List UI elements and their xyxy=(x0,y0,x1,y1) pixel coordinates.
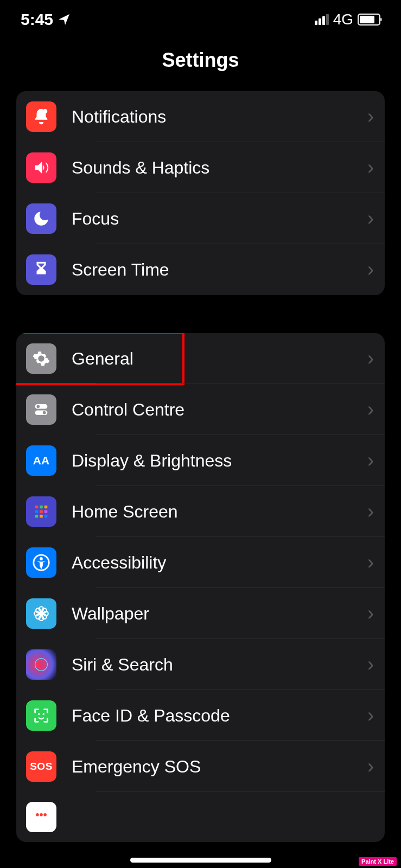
flower-icon xyxy=(26,598,56,629)
svg-rect-9 xyxy=(40,510,43,513)
chevron-right-icon: › xyxy=(367,258,374,281)
chevron-right-icon: › xyxy=(367,755,374,778)
svg-rect-13 xyxy=(44,515,48,518)
settings-item-sos[interactable]: SOS Emergency SOS › xyxy=(16,741,385,792)
moon-icon xyxy=(26,203,56,234)
svg-rect-7 xyxy=(44,506,48,509)
settings-item-general[interactable]: General › xyxy=(16,333,385,384)
svg-rect-11 xyxy=(35,515,39,518)
svg-rect-8 xyxy=(35,510,39,513)
watermark: Paint X Lite xyxy=(359,857,397,866)
settings-item-sounds[interactable]: Sounds & Haptics › xyxy=(16,142,385,193)
svg-rect-10 xyxy=(44,510,48,513)
item-label: Control Centre xyxy=(72,400,367,420)
svg-point-4 xyxy=(43,411,46,414)
item-label: Screen Time xyxy=(72,260,367,280)
item-label: Face ID & Passcode xyxy=(72,706,367,726)
chevron-right-icon: › xyxy=(367,653,374,676)
svg-point-26 xyxy=(37,661,45,668)
speaker-icon xyxy=(26,152,56,183)
item-label: Focus xyxy=(72,209,367,229)
chevron-right-icon: › xyxy=(367,500,374,523)
svg-rect-6 xyxy=(40,506,43,509)
svg-point-25 xyxy=(35,659,48,671)
header: Settings xyxy=(0,33,401,91)
item-label: General xyxy=(72,349,367,369)
partial-icon xyxy=(26,802,56,832)
settings-item-focus[interactable]: Focus › xyxy=(16,193,385,244)
settings-item-wallpaper[interactable]: Wallpaper › xyxy=(16,588,385,639)
chevron-right-icon: › xyxy=(367,105,374,128)
status-bar: 5:45 4G xyxy=(0,0,401,33)
toggles-icon xyxy=(26,394,56,425)
status-time: 5:45 xyxy=(21,10,53,29)
signal-icon xyxy=(315,14,329,25)
siri-icon xyxy=(26,649,56,680)
chevron-right-icon: › xyxy=(367,207,374,230)
svg-point-0 xyxy=(43,109,48,114)
item-label: Notifications xyxy=(72,107,367,127)
faceid-icon xyxy=(26,700,56,731)
svg-point-29 xyxy=(36,813,39,816)
svg-point-30 xyxy=(40,813,43,816)
location-icon xyxy=(58,13,71,26)
svg-point-27 xyxy=(38,713,40,714)
settings-item-screentime[interactable]: Screen Time › xyxy=(16,244,385,295)
item-label: Accessibility xyxy=(72,553,367,573)
settings-item-faceid[interactable]: Face ID & Passcode › xyxy=(16,690,385,741)
item-label: Home Screen xyxy=(72,502,367,522)
settings-item-display[interactable]: AA Display & Brightness › xyxy=(16,435,385,486)
page-title: Settings xyxy=(0,49,401,72)
settings-group-2: General › Control Centre › AA Display & … xyxy=(16,333,385,842)
item-label: Wallpaper xyxy=(72,604,367,624)
item-label: Display & Brightness xyxy=(72,451,367,471)
chevron-right-icon: › xyxy=(367,398,374,421)
item-label: Sounds & Haptics xyxy=(72,158,367,178)
settings-item-partial[interactable] xyxy=(16,792,385,842)
network-label: 4G xyxy=(333,11,353,28)
settings-item-siri[interactable]: Siri & Search › xyxy=(16,639,385,690)
chevron-right-icon: › xyxy=(367,449,374,472)
chevron-right-icon: › xyxy=(367,551,374,574)
item-label: Siri & Search xyxy=(72,655,367,675)
gear-icon xyxy=(26,343,56,374)
svg-rect-12 xyxy=(40,515,43,518)
status-right: 4G xyxy=(315,11,380,28)
chevron-right-icon: › xyxy=(367,704,374,727)
svg-point-15 xyxy=(40,557,43,560)
settings-item-accessibility[interactable]: Accessibility › xyxy=(16,537,385,588)
settings-item-homescreen[interactable]: Home Screen › xyxy=(16,486,385,537)
battery-icon xyxy=(358,14,380,25)
home-indicator[interactable] xyxy=(130,858,271,863)
bell-icon xyxy=(26,101,56,132)
chevron-right-icon: › xyxy=(367,156,374,179)
apps-icon xyxy=(26,496,56,527)
svg-point-31 xyxy=(43,813,47,816)
chevron-right-icon: › xyxy=(367,347,374,370)
settings-item-control-centre[interactable]: Control Centre › xyxy=(16,384,385,435)
aa-icon: AA xyxy=(26,445,56,476)
item-label: Emergency SOS xyxy=(72,757,367,777)
accessibility-icon xyxy=(26,547,56,578)
sos-icon: SOS xyxy=(26,751,56,782)
hourglass-icon xyxy=(26,254,56,285)
svg-rect-5 xyxy=(35,506,39,509)
svg-point-2 xyxy=(37,405,40,409)
chevron-right-icon: › xyxy=(367,602,374,625)
svg-point-28 xyxy=(43,713,44,714)
status-left: 5:45 xyxy=(21,10,71,29)
settings-item-notifications[interactable]: Notifications › xyxy=(16,91,385,142)
settings-group-1: Notifications › Sounds & Haptics › Focus… xyxy=(16,91,385,295)
